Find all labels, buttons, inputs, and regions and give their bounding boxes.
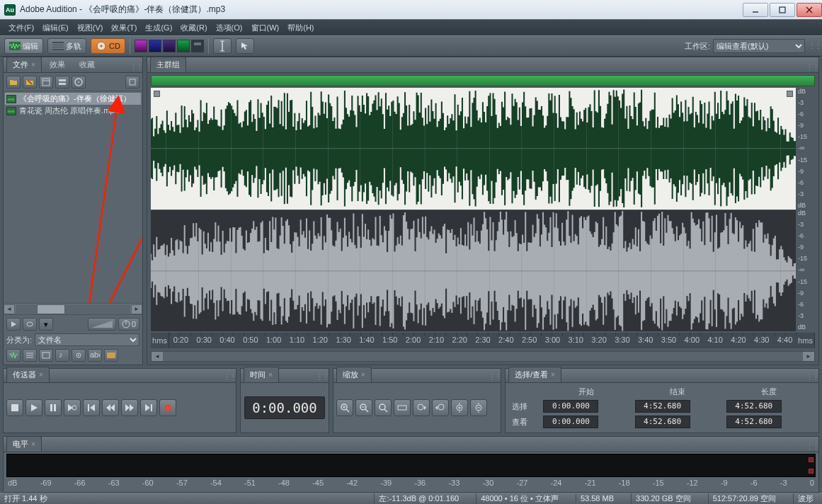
show-loop-button[interactable] <box>23 349 37 362</box>
insert-cd-button[interactable] <box>72 76 86 88</box>
zoom-selection-button[interactable] <box>394 399 411 416</box>
tab-files[interactable]: 文件× <box>6 57 42 72</box>
record-button[interactable] <box>159 399 176 416</box>
overview-bar[interactable] <box>151 75 815 86</box>
full-path-button[interactable]: abc <box>88 349 102 362</box>
auto-play-button[interactable]: ▾ <box>39 318 53 331</box>
spectral-pink-button[interactable] <box>135 40 147 52</box>
zoom-out-h-button[interactable] <box>355 399 372 416</box>
grip-icon[interactable]: ⋮⋮ <box>130 63 139 72</box>
scroll-thumb[interactable] <box>37 304 65 314</box>
clip-indicator-right[interactable] <box>809 469 814 474</box>
menu-window[interactable]: 窗口(W) <box>247 21 284 35</box>
zoom-in-left-button[interactable] <box>413 399 430 416</box>
minimize-button[interactable] <box>743 3 768 17</box>
show-video-button[interactable] <box>39 349 53 362</box>
tab-favorites[interactable]: 收藏 <box>73 57 101 72</box>
timeline[interactable]: hms 0:200:300:400:501:001:101:201:301:40… <box>151 333 815 348</box>
volume-preview[interactable] <box>88 318 116 331</box>
scroll-left-button[interactable]: ◄ <box>152 352 163 361</box>
waveform-left-channel[interactable] <box>151 88 796 210</box>
spectral-green-button[interactable] <box>177 40 190 52</box>
goto-start-button[interactable] <box>83 399 100 416</box>
goto-end-button[interactable] <box>140 399 157 416</box>
menu-effects[interactable]: 效果(T) <box>107 21 141 35</box>
grip-icon[interactable]: ⋮⋮ <box>808 42 818 51</box>
grip-icon[interactable]: ⋮⋮ <box>806 373 816 382</box>
close-icon[interactable]: × <box>31 61 35 69</box>
view-length-field[interactable]: 4:52.680 <box>726 416 782 428</box>
zoom-out-v-button[interactable] <box>470 399 487 416</box>
scroll-right-button[interactable]: ► <box>131 304 142 314</box>
close-icon[interactable]: × <box>39 371 43 379</box>
show-audio-button[interactable] <box>6 349 21 362</box>
spectral-blue-button[interactable] <box>149 40 161 52</box>
tool-time-select[interactable] <box>213 38 232 54</box>
volume-value[interactable]: 0 <box>118 318 139 331</box>
loop-preview-button[interactable] <box>23 318 37 331</box>
rewind-button[interactable] <box>102 399 119 416</box>
zoom-in-h-button[interactable] <box>336 399 353 416</box>
insert-multitrack-button[interactable] <box>55 76 69 88</box>
pause-button[interactable] <box>45 399 62 416</box>
file-list[interactable]: 《会呼吸的痛》-伴奏（徐健淇） 青花瓷 周杰伦 原唱伴奏.mp3 <box>4 91 142 303</box>
grip-icon[interactable]: ⋮⋮ <box>223 373 233 382</box>
selection-end-field[interactable]: 4:52.680 <box>635 400 690 413</box>
tab-effects[interactable]: 效果 <box>43 57 72 72</box>
forward-button[interactable] <box>121 399 138 416</box>
close-icon[interactable]: × <box>268 371 273 379</box>
spectral-top-button[interactable] <box>191 40 204 52</box>
tab-transport[interactable]: 传送器× <box>6 367 50 382</box>
grip-icon[interactable]: ⋮⋮ <box>488 373 498 382</box>
grip-icon[interactable]: ⋮⋮ <box>316 373 326 382</box>
menu-generate[interactable]: 生成(G) <box>141 21 176 35</box>
stop-button[interactable] <box>6 399 23 416</box>
edit-file-button[interactable] <box>39 76 53 88</box>
zoom-full-button[interactable] <box>375 399 392 416</box>
file-list-hscroll[interactable]: ◄ ► <box>4 303 142 314</box>
waveform-hscroll[interactable]: ◄ ► <box>151 351 815 362</box>
tab-main-group[interactable]: 主群组 <box>150 57 186 72</box>
play-looped-button[interactable] <box>64 399 81 416</box>
close-icon[interactable]: × <box>31 440 35 448</box>
import-file-button[interactable] <box>6 76 21 88</box>
sort-select[interactable]: 文件名 <box>35 333 139 346</box>
scroll-left-button[interactable]: ◄ <box>4 304 15 314</box>
menu-view[interactable]: 视图(V) <box>73 21 108 35</box>
grip-icon[interactable]: ⋮⋮ <box>806 63 816 72</box>
menu-options[interactable]: 选项(O) <box>212 21 247 35</box>
workspace-select[interactable]: 编辑查看(默认) <box>713 39 805 53</box>
menu-help[interactable]: 帮助(H) <box>283 21 318 35</box>
advanced-button[interactable] <box>104 349 118 362</box>
menu-edit[interactable]: 编辑(E) <box>38 21 73 35</box>
grip-icon[interactable]: ⋮⋮ <box>806 442 816 452</box>
show-midi-button[interactable]: ♪ <box>55 349 69 362</box>
menu-favorites[interactable]: 收藏(R) <box>176 21 211 35</box>
tab-zoom[interactable]: 缩放× <box>336 367 372 382</box>
list-item[interactable]: 《会呼吸的痛》-伴奏（徐健淇） <box>5 93 141 105</box>
level-meter[interactable] <box>6 454 816 477</box>
spectral-purple-button[interactable] <box>163 40 176 52</box>
tool-marquee[interactable] <box>236 38 254 54</box>
close-icon[interactable]: × <box>361 371 365 379</box>
selection-start-field[interactable]: 0:00.000 <box>543 400 598 413</box>
play-button[interactable] <box>25 399 42 416</box>
menu-file[interactable]: 文件(F) <box>4 21 38 35</box>
close-icon[interactable]: × <box>551 371 555 379</box>
zoom-in-v-button[interactable] <box>451 399 468 416</box>
view-edit-button[interactable]: 编辑 <box>4 38 43 54</box>
tab-time[interactable]: 时间× <box>244 367 279 382</box>
zoom-in-right-button[interactable] <box>432 399 449 416</box>
scroll-right-button[interactable]: ► <box>803 352 814 361</box>
tab-selection-view[interactable]: 选择/查看× <box>508 367 561 382</box>
view-multitrack-button[interactable]: 多轨 <box>47 38 86 54</box>
time-display[interactable]: 0:00.000 <box>244 396 325 419</box>
clip-indicator-right[interactable] <box>809 457 814 462</box>
list-item[interactable]: 青花瓷 周杰伦 原唱伴奏.mp3 <box>5 105 141 117</box>
view-end-field[interactable]: 4:52.680 <box>635 416 690 428</box>
show-marker-button[interactable] <box>72 349 86 362</box>
tab-level[interactable]: 电平× <box>6 436 42 452</box>
maximize-button[interactable] <box>770 3 795 17</box>
selection-length-field[interactable]: 4:52.680 <box>726 400 782 413</box>
close-button[interactable] <box>797 3 822 17</box>
